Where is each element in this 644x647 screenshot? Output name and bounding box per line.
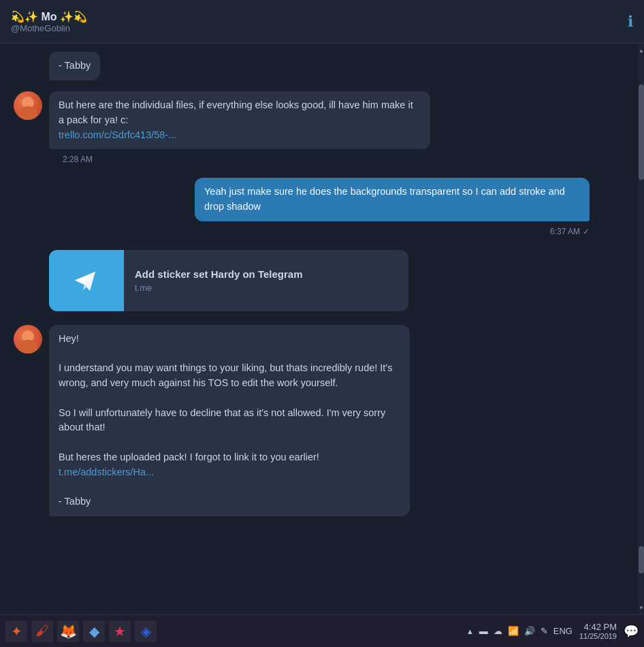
taskbar-app-2[interactable]: 🖌 — [31, 620, 53, 642]
tray-chevron-icon[interactable]: ▲ — [466, 627, 474, 635]
message-text-hey: Hey! — [59, 333, 79, 344]
message-bubble: - Tabby — [49, 52, 100, 80]
message-timestamp-outgoing: 6:37 AM ✓ — [14, 227, 590, 236]
message-bubble-long: Hey! I understand you may want things to… — [49, 325, 410, 516]
contact-username: @MotheGoblin — [11, 23, 87, 33]
scroll-down-arrow[interactable]: ▼ — [639, 601, 644, 614]
message-group-long: Hey! I understand you may want things to… — [14, 325, 603, 516]
avatar — [14, 91, 42, 120]
message-item-outgoing: Yeah just make sure he does the backgrou… — [14, 178, 590, 221]
taskbar-app-3[interactable]: 🦊 — [57, 620, 79, 642]
taskbar-time: 4:42 PM — [579, 622, 617, 632]
tray-cloud-icon: ☁ — [494, 626, 502, 636]
scrollbar[interactable]: ▲ ▼ — [639, 44, 644, 614]
taskbar-app-5[interactable]: ★ — [109, 620, 131, 642]
taskbar-clock[interactable]: 4:42 PM 11/25/2019 — [579, 622, 617, 640]
taskbar-sys-icons: ▲ ▬ ☁ 📶 🔊 ✎ ENG — [466, 626, 573, 636]
read-checkmark: ✓ — [583, 227, 590, 236]
scrollbar-thumb-bottom[interactable] — [639, 546, 644, 573]
message-timestamp: 2:28 AM — [63, 155, 603, 164]
message-link[interactable]: trello.com/c/Sdrfc413/58-... — [59, 129, 176, 140]
app5-icon: ★ — [114, 623, 126, 640]
app3-icon: 🦊 — [60, 623, 77, 640]
message-item: - Tabby — [14, 52, 449, 80]
link-preview-url: t.me — [135, 283, 302, 293]
link-preview-title: Add sticker set Hardy on Telegram — [135, 268, 302, 280]
message-text: - Tabby — [59, 60, 91, 71]
message-text: But here are the individual files, if ev… — [59, 99, 413, 140]
tray-battery-icon: ▬ — [479, 626, 488, 636]
link-preview-card[interactable]: Add sticker set Hardy on Telegram t.me — [49, 250, 408, 311]
contact-name: 💫✨ Mo ✨💫 — [11, 10, 87, 23]
scroll-up-arrow[interactable]: ▲ — [639, 44, 644, 57]
message-text-sign: - Tabby — [59, 496, 91, 507]
tray-wifi-icon: 📶 — [508, 626, 519, 636]
avatar-spacer — [14, 52, 42, 80]
telegram-icon-bg — [49, 250, 124, 311]
taskbar-notification-icon[interactable]: 💬 — [624, 624, 639, 639]
taskbar-date: 11/25/2019 — [579, 632, 617, 640]
header-contact-info: 💫✨ Mo ✨💫 @MotheGoblin — [11, 10, 87, 33]
message-bubble: But here are the individual files, if ev… — [49, 91, 430, 149]
link-preview-content: Add sticker set Hardy on Telegram t.me — [124, 259, 313, 302]
messages-list: - Tabby But here are the individual file… — [0, 52, 644, 516]
scrollbar-thumb[interactable] — [639, 84, 644, 180]
taskbar-app-4[interactable]: ◆ — [83, 620, 105, 642]
chat-area: ▲ ▼ - Tabby But here are the individual … — [0, 44, 644, 614]
taskbar-app-1[interactable]: ✦ — [5, 620, 27, 642]
app1-icon: ✦ — [11, 623, 22, 640]
telegram-logo-icon — [66, 260, 107, 301]
taskbar-apps: ✦ 🖌 🦊 ◆ ★ ◈ — [5, 620, 157, 642]
avatar-tabby — [14, 325, 42, 353]
chat-header: 💫✨ Mo ✨💫 @MotheGoblin ℹ — [0, 0, 644, 44]
app2-icon: 🖌 — [35, 623, 49, 639]
tray-volume-icon[interactable]: 🔊 — [524, 626, 535, 636]
taskbar-language[interactable]: ENG — [553, 626, 573, 636]
app6-icon: ◈ — [141, 623, 151, 640]
message-link-stickers[interactable]: t.me/addstickers/Ha... — [59, 467, 154, 477]
app4-icon: ◆ — [89, 623, 99, 640]
message-bubble-outgoing: Yeah just make sure he does the backgrou… — [195, 178, 590, 221]
message-text: Yeah just make sure he does the backgrou… — [204, 186, 565, 212]
message-group: But here are the individual files, if ev… — [14, 91, 603, 149]
message-text-rude: I understand you may want things to your… — [59, 362, 392, 388]
taskbar-app-6[interactable]: ◈ — [135, 620, 157, 642]
info-icon[interactable]: ℹ — [628, 13, 633, 31]
message-text-pack: But heres the uploaded pack! I forgot to… — [59, 452, 319, 462]
tray-pen-icon: ✎ — [541, 626, 548, 636]
taskbar-system-tray: ▲ ▬ ☁ 📶 🔊 ✎ ENG 4:42 PM 11/25/2019 💬 — [466, 622, 639, 640]
message-text-decline: So I will unfortunately have to decline … — [59, 407, 385, 433]
taskbar: ✦ 🖌 🦊 ◆ ★ ◈ ▲ ▬ ☁ 📶 🔊 ✎ ENG 4:42 PM — [0, 614, 644, 647]
